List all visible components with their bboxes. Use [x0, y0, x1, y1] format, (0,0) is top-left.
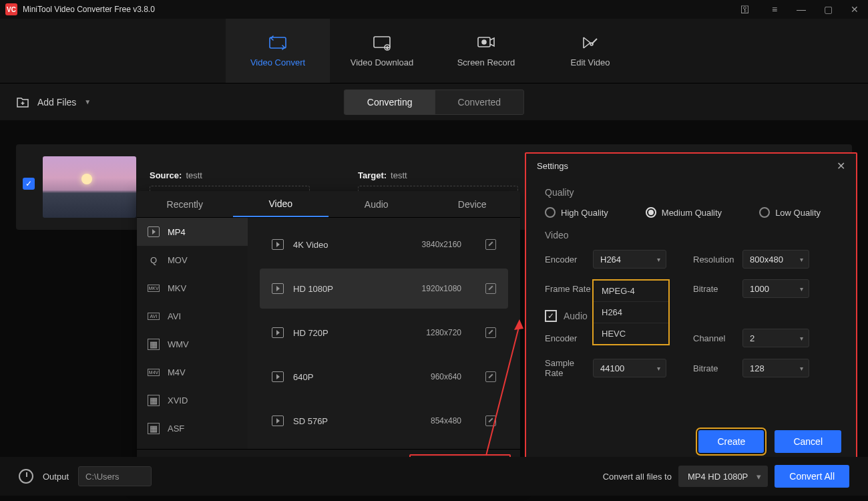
- quality-high-radio[interactable]: High Quality: [545, 207, 608, 218]
- encoder-option-mpeg4[interactable]: MPEG-4: [594, 281, 668, 302]
- encoder-label: Encoder: [545, 255, 593, 265]
- fmt-tab-audio[interactable]: Audio: [329, 191, 425, 217]
- minimize-button[interactable]: —: [788, 0, 815, 19]
- channel-label: Channel: [693, 333, 742, 343]
- preset-icon: [272, 283, 284, 294]
- preset-icon: [272, 371, 284, 382]
- target-name: testt: [391, 170, 407, 180]
- schedule-icon[interactable]: [19, 469, 33, 484]
- settings-cancel-button[interactable]: Cancel: [775, 430, 841, 453]
- record-icon: [477, 35, 495, 51]
- nav-video-convert[interactable]: Video Convert: [226, 19, 330, 83]
- settings-title: Settings: [537, 161, 568, 171]
- preset-icon: [272, 415, 284, 426]
- fmt-side-mkv[interactable]: MKVMKV: [137, 274, 248, 302]
- audio-bitrate-select[interactable]: 128: [742, 359, 809, 377]
- fmt-row-720p[interactable]: HD 720P1280x720: [260, 313, 508, 353]
- fmt-row-576p[interactable]: SD 576P854x480: [260, 401, 508, 441]
- edit-preset-icon[interactable]: [485, 327, 496, 338]
- audio-bitrate-label: Bitrate: [693, 363, 742, 373]
- encoder-option-h264[interactable]: H264: [594, 302, 668, 323]
- format-icon: ▦: [148, 339, 160, 350]
- settings-close-button[interactable]: ✕: [837, 160, 845, 172]
- framerate-label: Frame Rate: [545, 284, 593, 294]
- format-icon: [148, 226, 160, 237]
- audio-encoder-label: Encoder: [545, 333, 593, 343]
- samplerate-select[interactable]: 44100: [593, 359, 666, 377]
- nav-edit-video[interactable]: Edit Video: [538, 19, 642, 83]
- fmt-side-avi[interactable]: AVIAVI: [137, 302, 248, 330]
- titlebar: VC MiniTool Video Converter Free v3.8.0 …: [0, 0, 868, 19]
- fmt-row-4k[interactable]: 4K Video3840x2160: [260, 224, 508, 265]
- format-icon: ▦: [148, 395, 160, 406]
- tab-converting[interactable]: Converting: [345, 90, 435, 114]
- fmt-row-1080p[interactable]: HD 1080P1920x1080: [260, 269, 508, 309]
- chevron-down-icon: ▼: [84, 98, 91, 106]
- video-bitrate-select[interactable]: 1000: [742, 279, 809, 298]
- encoder-option-hevc[interactable]: HEVC: [594, 323, 668, 344]
- edit-preset-icon[interactable]: [485, 371, 496, 382]
- add-files-icon: [16, 96, 29, 108]
- edit-preset-icon[interactable]: [485, 415, 496, 426]
- edit-preset-icon[interactable]: [485, 283, 496, 294]
- video-bitrate-label: Bitrate: [693, 284, 742, 294]
- nav-video-download[interactable]: Video Download: [330, 19, 434, 83]
- fmt-side-mov[interactable]: QMOV: [137, 246, 248, 274]
- tab-converted[interactable]: Converted: [435, 90, 524, 114]
- format-icon: MKV: [148, 285, 160, 292]
- convert-status-tabs: Converting Converted: [344, 90, 524, 115]
- format-sidebar: MP4 QMOV MKVMKV AVIAVI ▦WMV M4VM4V ▦XVID…: [137, 218, 248, 449]
- fmt-side-m4v[interactable]: M4VM4V: [137, 358, 248, 386]
- close-button[interactable]: ✕: [841, 0, 868, 19]
- quality-section-label: Quality: [545, 187, 837, 198]
- edit-icon: [581, 35, 600, 51]
- settings-panel: Settings ✕ Quality High Quality Medium Q…: [525, 152, 857, 462]
- quality-medium-radio[interactable]: Medium Quality: [646, 207, 722, 218]
- format-icon: ▦: [148, 423, 160, 434]
- fmt-side-asf[interactable]: ▦ASF: [137, 414, 248, 442]
- convert-all-format-select[interactable]: MP4 HD 1080P: [678, 466, 768, 487]
- output-label: Output: [43, 472, 69, 482]
- app-icon: VC: [5, 3, 17, 15]
- video-section-label: Video: [545, 230, 837, 240]
- convert-all-button[interactable]: Convert All: [775, 465, 849, 488]
- video-encoder-select[interactable]: H264: [593, 250, 666, 269]
- video-thumbnail[interactable]: [43, 156, 136, 218]
- fmt-side-xvid[interactable]: ▦XVID: [137, 386, 248, 414]
- svg-rect-1: [374, 37, 390, 47]
- add-files-button[interactable]: Add Files ▼: [16, 96, 91, 108]
- target-label: Target:: [358, 170, 387, 180]
- audio-section-label: Audio: [564, 311, 588, 321]
- format-icon: M4V: [148, 369, 160, 376]
- format-icon: Q: [148, 255, 160, 265]
- audio-enable-checkbox[interactable]: ✓: [545, 310, 557, 322]
- bottom-bar: Output C:\Users Convert all files to MP4…: [0, 457, 868, 496]
- settings-create-button[interactable]: Create: [698, 430, 764, 453]
- svg-point-4: [482, 40, 486, 44]
- nav-screen-record[interactable]: Screen Record: [434, 19, 538, 83]
- preset-icon: [272, 239, 284, 250]
- fmt-side-wmv[interactable]: ▦WMV: [137, 330, 248, 358]
- menu-icon[interactable]: ≡: [761, 0, 788, 19]
- file-checkbox[interactable]: ✓: [23, 178, 35, 190]
- fmt-tab-video[interactable]: Video: [233, 191, 329, 217]
- format-icon: AVI: [148, 313, 160, 320]
- channel-select[interactable]: 2: [742, 329, 809, 347]
- convert-all-to-label: Convert all files to: [603, 472, 672, 482]
- fmt-side-mp4[interactable]: MP4: [137, 218, 248, 246]
- fmt-tab-recently[interactable]: Recently: [137, 191, 233, 217]
- key-icon[interactable]: ⚿: [732, 0, 758, 19]
- resolution-select[interactable]: 800x480: [742, 250, 809, 269]
- maximize-button[interactable]: ▢: [815, 0, 841, 19]
- app-title: MiniTool Video Converter Free v3.8.0: [23, 5, 155, 14]
- fmt-tab-device[interactable]: Device: [425, 191, 521, 217]
- main-nav: Video Convert Video Download Screen Reco…: [0, 19, 868, 83]
- edit-preset-icon[interactable]: [485, 239, 496, 250]
- fmt-row-640p[interactable]: 640P960x640: [260, 357, 508, 397]
- samplerate-label: Sample Rate: [545, 358, 593, 378]
- quality-low-radio[interactable]: Low Quality: [759, 207, 821, 218]
- output-path-field[interactable]: C:\Users: [78, 466, 152, 486]
- format-popover: Recently Video Audio Device MP4 QMOV MKV…: [137, 191, 520, 484]
- resolution-label: Resolution: [693, 255, 742, 265]
- convert-icon: [268, 35, 287, 51]
